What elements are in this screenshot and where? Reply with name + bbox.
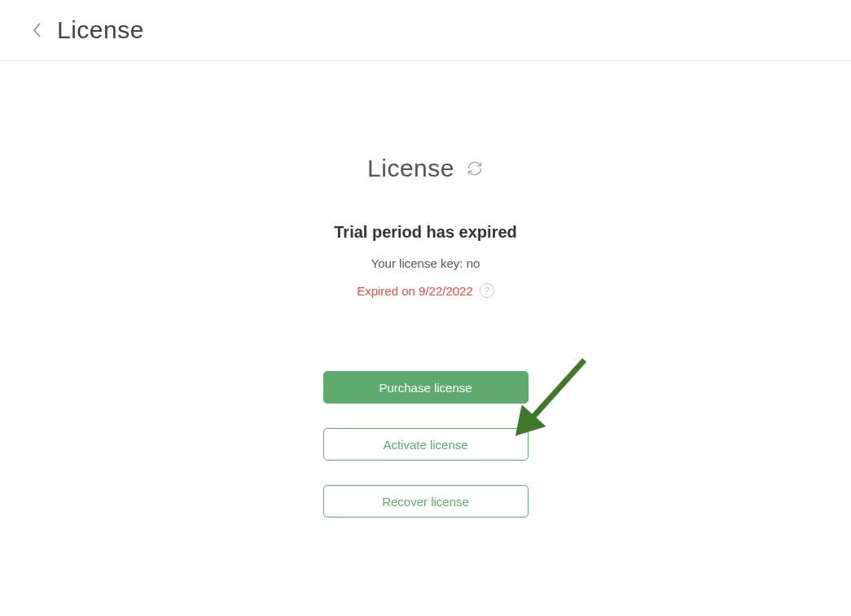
back-icon[interactable] (33, 22, 42, 38)
content-area: License Trial period has expired Your li… (0, 61, 851, 542)
help-icon[interactable]: ? (480, 283, 494, 298)
refresh-icon[interactable] (466, 159, 484, 177)
purchase-license-button[interactable]: Purchase license (323, 371, 529, 404)
status-heading: Trial period has expired (334, 223, 517, 242)
section-title-row: License (367, 155, 484, 182)
recover-license-button[interactable]: Recover license (323, 485, 529, 518)
license-key-text: Your license key: no (371, 256, 480, 270)
expired-row: Expired on 9/22/2022 ? (357, 283, 494, 298)
activate-license-button[interactable]: Activate license (323, 428, 529, 461)
section-title: License (367, 155, 454, 182)
page-header: License (0, 0, 851, 61)
page-title: License (57, 16, 144, 44)
expired-text: Expired on 9/22/2022 (357, 284, 473, 298)
